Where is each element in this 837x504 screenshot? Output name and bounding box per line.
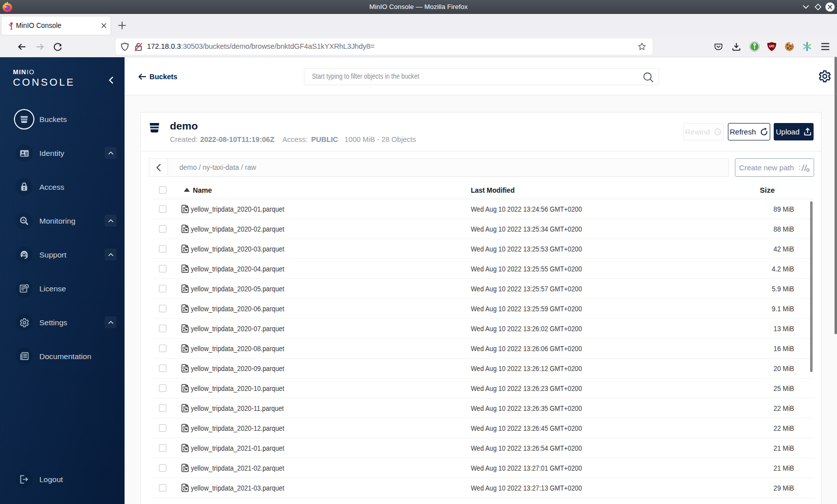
svg-text:UO: UO xyxy=(769,44,775,48)
